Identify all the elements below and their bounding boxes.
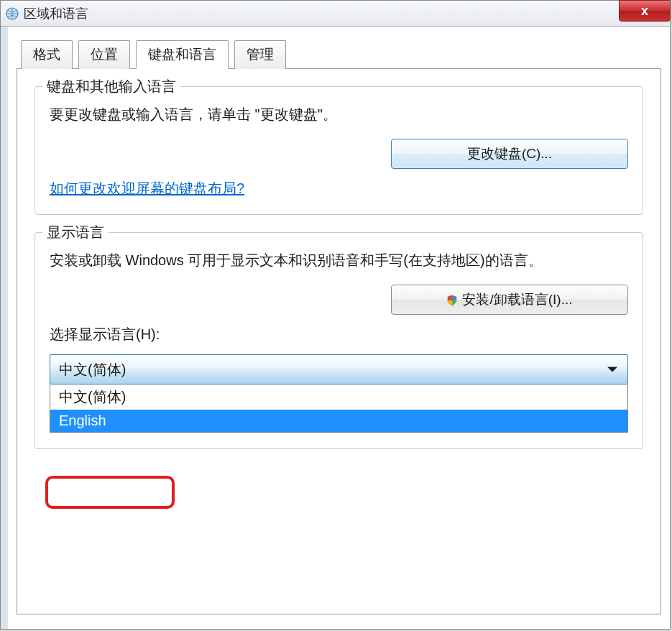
annotation-highlight (45, 476, 175, 509)
install-button-label: 安装/卸载语言(I)... (462, 290, 572, 309)
titlebar: 区域和语言 x (1, 1, 670, 27)
tab-location[interactable]: 位置 (78, 40, 130, 69)
group-display-language: 显示语言 安装或卸载 Windows 可用于显示文本和识别语音和手写(在支持地区… (34, 232, 643, 449)
combobox-dropdown-list: 中文(简体) English (50, 384, 628, 433)
change-keyboards-button[interactable]: 更改键盘(C)... (391, 139, 628, 169)
welcome-screen-link[interactable]: 如何更改欢迎屏幕的键盘布局? (50, 180, 244, 196)
chevron-down-icon (607, 367, 617, 372)
close-icon: x (641, 4, 648, 19)
client-area: 格式 位置 键盘和语言 管理 键盘和其他输入语言 要更改键盘或输入语言，请单击 … (1, 27, 670, 629)
install-uninstall-languages-button[interactable]: 安装/卸载语言(I)... (391, 285, 628, 315)
display-language-combobox[interactable]: 中文(简体) 中文(简体) English (50, 354, 628, 433)
keyboard-desc: 要更改键盘或输入语言，请单击 "更改键盘"。 (50, 103, 628, 126)
region-language-window: 区域和语言 x 格式 位置 键盘和语言 管理 键盘和其他输入语言 要更改键盘或输… (0, 0, 671, 630)
combobox-display[interactable]: 中文(简体) (50, 354, 628, 384)
display-desc: 安装或卸载 Windows 可用于显示文本和识别语音和手写(在支持地区)的语言。 (50, 249, 628, 272)
tab-administrative[interactable]: 管理 (234, 40, 286, 69)
tab-formats[interactable]: 格式 (21, 40, 73, 69)
tab-strip: 格式 位置 键盘和语言 管理 (21, 40, 661, 68)
group-keyboard-input: 键盘和其他输入语言 要更改键盘或输入语言，请单击 "更改键盘"。 更改键盘(C)… (34, 86, 643, 215)
close-button[interactable]: x (619, 0, 671, 22)
combobox-option-chinese-simplified[interactable]: 中文(简体) (50, 384, 627, 410)
install-button-row: 安装/卸载语言(I)... (50, 285, 628, 315)
group-keyboard-title: 键盘和其他输入语言 (42, 77, 180, 96)
combobox-option-english[interactable]: English (50, 410, 627, 432)
select-display-language-label: 选择显示语言(H): (50, 325, 628, 344)
group-display-title: 显示语言 (42, 223, 109, 242)
tab-keyboards-languages[interactable]: 键盘和语言 (136, 40, 229, 69)
uac-shield-icon (446, 294, 458, 305)
window-title: 区域和语言 (24, 5, 88, 22)
combobox-selected-value: 中文(简体) (59, 360, 126, 379)
keyboard-button-row: 更改键盘(C)... (50, 139, 628, 169)
tab-panel: 键盘和其他输入语言 要更改键盘或输入语言，请单击 "更改键盘"。 更改键盘(C)… (17, 68, 661, 614)
globe-icon (5, 6, 19, 21)
